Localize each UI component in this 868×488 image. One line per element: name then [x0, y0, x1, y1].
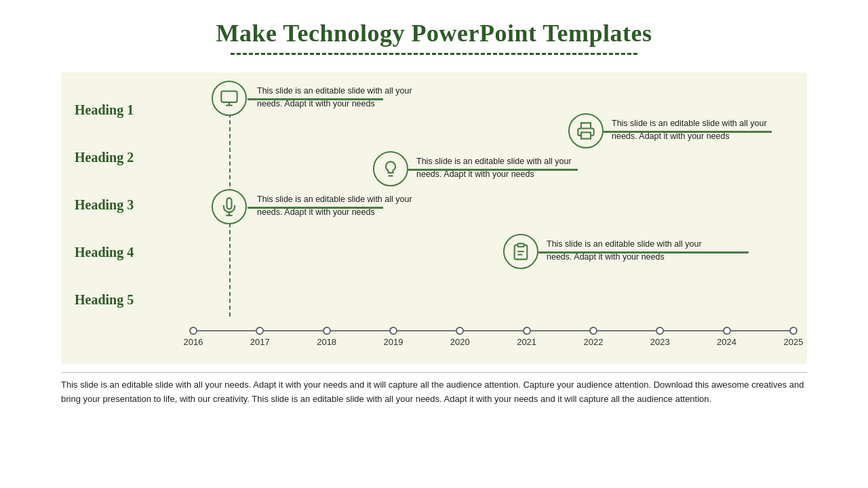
printer-icon: [576, 121, 595, 140]
heading-label-4: Heading 4: [75, 245, 197, 260]
year-dot-2016: [189, 327, 197, 335]
page-title: Make Technology PowerPoint Templates: [0, 19, 868, 47]
svg-rect-3: [581, 132, 591, 138]
svg-rect-6: [517, 243, 524, 247]
year-dot-2024: [723, 327, 731, 335]
headings-column: Heading 1 Heading 2 Heading 3 Heading 4 …: [61, 73, 197, 364]
item-text-5: This slide is an editable slide with all…: [547, 238, 709, 264]
heading-label-2: Heading 2: [75, 150, 197, 165]
year-label-2025: 2025: [784, 337, 804, 347]
mic-icon: [220, 197, 239, 216]
year-dot-2025: [789, 327, 797, 335]
icon-circle-4: [212, 189, 247, 224]
page: Make Technology PowerPoint Templates Hea…: [0, 0, 868, 488]
item-text-1: This slide is an editable slide with all…: [257, 85, 420, 110]
icon-circle-1: [212, 81, 247, 116]
monitor-icon: [220, 89, 239, 108]
header-divider: [231, 53, 637, 55]
year-label-2018: 2018: [317, 337, 336, 347]
year-dot-2023: [656, 327, 664, 335]
svg-rect-0: [221, 92, 237, 102]
year-dot-2021: [523, 327, 531, 335]
icon-circle-5: [503, 234, 538, 269]
heading-label-5: Heading 5: [75, 292, 197, 308]
year-dot-2022: [589, 327, 597, 335]
year-label-2021: 2021: [517, 337, 536, 347]
year-label-2017: 2017: [250, 337, 270, 347]
year-dot-2018: [323, 327, 331, 335]
item-text-4: This slide is an editable slide with all…: [257, 193, 420, 219]
main-area: Heading 1 Heading 2 Heading 3 Heading 4 …: [61, 73, 807, 364]
footer-text: This slide is an editable slide with all…: [61, 378, 807, 407]
year-label-2019: 2019: [384, 337, 403, 347]
heading-label-3: Heading 3: [75, 197, 197, 213]
year-label-2016: 2016: [184, 337, 203, 347]
icon-circle-2: [568, 113, 604, 148]
year-dot-2020: [456, 327, 464, 335]
year-dot-2017: [256, 327, 264, 335]
item-text-3: This slide is an editable slide with all…: [416, 155, 579, 181]
lightbulb-icon: [381, 159, 400, 178]
year-label-2022: 2022: [583, 337, 603, 347]
year-label-2024: 2024: [717, 337, 736, 347]
header: Make Technology PowerPoint Templates: [0, 0, 868, 60]
heading-label-1: Heading 1: [75, 102, 197, 118]
item-text-2: This slide is an editable slide with all…: [612, 117, 774, 143]
timeline-line: [193, 330, 793, 331]
year-label-2020: 2020: [450, 337, 470, 347]
icon-circle-3: [373, 151, 408, 186]
footer-divider: [61, 372, 807, 373]
clipboard-icon: [511, 242, 530, 261]
year-dot-2019: [389, 327, 397, 335]
timeline-area: 2016 2017 2018 2019 2020 2021 2022 2023 …: [193, 330, 793, 331]
year-label-2023: 2023: [650, 337, 670, 347]
